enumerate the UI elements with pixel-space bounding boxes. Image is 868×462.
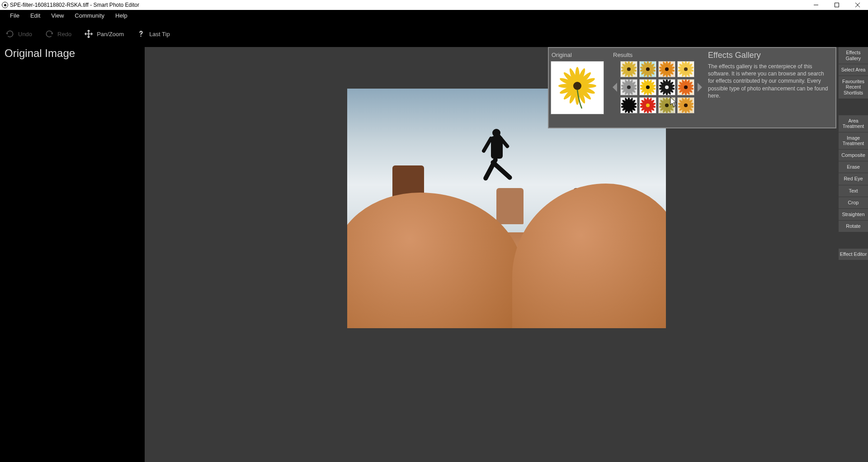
svg-point-44 (627, 67, 631, 71)
titlebar: SPE-filter-1608118802-RSKA.tiff - Smart … (0, 0, 868, 10)
tab-rotate[interactable]: Rotate (839, 221, 868, 232)
redo-label: Redo (57, 31, 71, 38)
toolbar: Undo Redo Pan/Zoom Last Tip (0, 21, 868, 47)
result-thumb-saturated-yellow[interactable] (639, 79, 656, 95)
tab-effect-editor[interactable]: Effect Editor (839, 249, 868, 260)
result-thumb-fire-red[interactable] (639, 97, 656, 113)
menu-help[interactable]: Help (111, 11, 132, 20)
panel-spacer (839, 99, 868, 115)
svg-point-92 (684, 67, 688, 71)
tab-favourites[interactable]: Favourites Recent Shortlists (839, 76, 868, 99)
result-thumb-solid-black[interactable] (620, 97, 637, 113)
results-next-arrow[interactable] (696, 83, 703, 92)
result-thumb-black-white[interactable] (620, 79, 637, 95)
minimize-button[interactable] (806, 0, 826, 10)
svg-marker-28 (613, 83, 617, 92)
result-thumb-olive-tint[interactable] (658, 97, 675, 113)
svg-point-124 (646, 85, 650, 89)
svg-marker-221 (698, 83, 702, 92)
panel-spacer (839, 232, 868, 249)
svg-point-140 (665, 85, 669, 89)
result-thumb-soft-glow[interactable] (677, 61, 694, 77)
menu-view[interactable]: View (47, 11, 68, 20)
tab-straighten[interactable]: Straighten (839, 209, 868, 221)
result-thumb-vintage-yellow[interactable] (620, 61, 637, 77)
svg-point-188 (646, 104, 650, 107)
tab-image-treatment[interactable]: Image Treatment (839, 132, 868, 150)
main-area: Original Image (0, 47, 868, 462)
result-thumb-inverted-dark[interactable] (658, 79, 675, 95)
tab-erase[interactable]: Erase (839, 161, 868, 173)
svg-point-108 (627, 85, 631, 89)
svg-rect-1 (835, 3, 839, 7)
maximize-button[interactable] (826, 0, 847, 10)
tab-select-area[interactable]: Select Area (839, 64, 868, 76)
results-prev-arrow[interactable] (612, 83, 618, 92)
image-content (465, 120, 546, 215)
gallery-original-label: Original (552, 52, 609, 58)
lasttip-label: Last Tip (149, 31, 170, 38)
move-icon (84, 29, 93, 38)
effects-gallery-popup: Original Results (548, 47, 836, 128)
close-button[interactable] (847, 0, 868, 10)
svg-point-76 (665, 67, 669, 71)
gallery-original-thumb (551, 61, 604, 114)
tab-crop[interactable]: Crop (839, 197, 868, 209)
svg-point-204 (665, 104, 669, 107)
page-title: Original Image (5, 47, 140, 60)
redo-button[interactable]: Redo (45, 29, 71, 38)
window-controls (806, 0, 868, 10)
svg-point-156 (684, 85, 688, 89)
svg-point-220 (684, 104, 688, 107)
panzoom-button[interactable]: Pan/Zoom (84, 29, 124, 38)
tab-effects-gallery[interactable]: Effects Gallery (839, 47, 868, 64)
undo-label: Undo (18, 31, 32, 38)
panzoom-label: Pan/Zoom (97, 31, 124, 38)
gallery-title: Effects Gallery (708, 51, 831, 60)
menu-community[interactable]: Community (70, 11, 109, 20)
question-icon (137, 29, 146, 38)
undo-icon (5, 29, 14, 38)
svg-point-4 (141, 36, 142, 37)
menubar: File Edit View Community Help (0, 10, 868, 21)
gallery-results-label: Results (613, 52, 703, 58)
results-grid (620, 61, 694, 113)
redo-icon (45, 29, 54, 38)
menu-file[interactable]: File (5, 11, 24, 20)
tab-text[interactable]: Text (839, 185, 868, 197)
tab-area-treatment[interactable]: Area Treatment (839, 115, 868, 132)
result-thumb-red-orange[interactable] (677, 79, 694, 95)
left-panel: Original Image (0, 47, 145, 462)
tab-composite[interactable]: Composite (839, 150, 868, 161)
svg-point-172 (627, 104, 631, 107)
result-thumb-orange-tint[interactable] (677, 97, 694, 113)
gallery-description: The effects gallery is the centerpiece o… (708, 63, 831, 99)
svg-point-60 (646, 67, 650, 71)
tab-red-eye[interactable]: Red Eye (839, 173, 868, 185)
right-panel: Effects Gallery Select Area Favourites R… (839, 47, 868, 462)
result-thumb-cool-teal[interactable] (639, 61, 656, 77)
undo-button[interactable]: Undo (5, 29, 32, 38)
result-thumb-warm-orange[interactable] (658, 61, 675, 77)
titlebar-text: SPE-filter-1608118802-RSKA.tiff - Smart … (10, 2, 139, 8)
lasttip-button[interactable]: Last Tip (137, 29, 170, 38)
svg-rect-9 (482, 157, 498, 181)
svg-rect-10 (490, 159, 513, 181)
menu-edit[interactable]: Edit (26, 11, 45, 20)
svg-point-27 (573, 82, 581, 90)
app-icon (2, 2, 8, 8)
